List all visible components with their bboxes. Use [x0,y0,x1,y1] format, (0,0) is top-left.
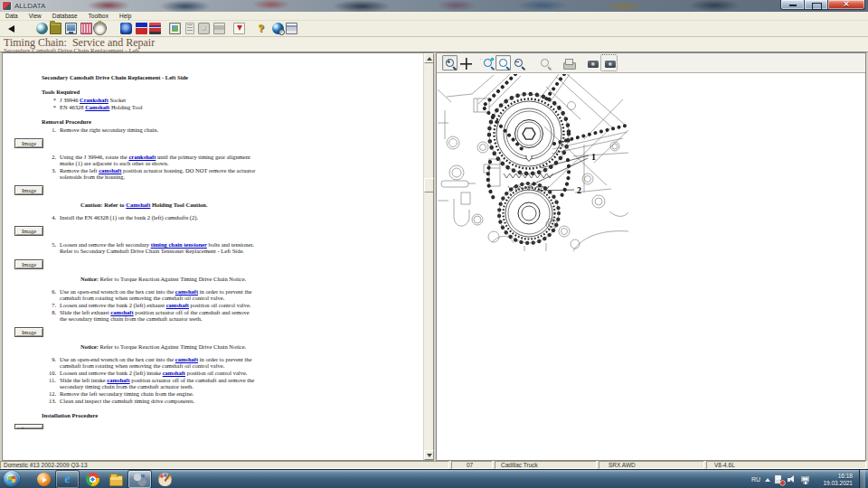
step-text: Install the EN 46328 (1) on the bank 2 (… [60,214,257,221]
snapshot-frame-icon[interactable] [601,55,617,70]
language-indicator[interactable]: RU [751,476,760,483]
step-text: Loosen and remove the bank 2 (left) inta… [60,370,257,376]
image-button[interactable]: Image [14,259,43,269]
step-text: Remove the left secondary timing chain f… [60,390,257,397]
new-car-icon[interactable] [136,23,147,34]
scroll-down-arrow[interactable] [424,450,434,460]
image-button[interactable]: Image [14,226,43,236]
text-gray-icon[interactable] [185,23,194,34]
alldata-icon [133,473,146,486]
alldata-taskbar-button[interactable] [128,471,151,488]
snapshot-icon[interactable] [584,55,599,70]
doc-link[interactable]: camshaft [166,302,189,308]
list-marker: 2. [3,154,56,166]
list-marker: 12. [3,390,56,397]
callout-label-1: 1 [591,152,596,162]
menu-help[interactable]: Help [114,12,137,20]
stopwatch-icon[interactable] [94,23,106,34]
film-icon[interactable] [80,23,92,34]
minimize-button[interactable] [780,0,805,10]
zoom-in-icon[interactable] [442,55,458,70]
doc-link[interactable]: Crankshaft [80,97,108,103]
folder-icon[interactable] [50,23,61,34]
doc-text: Holding Tool Caution. [150,202,207,208]
pan-icon[interactable] [458,55,473,70]
tray-icons [765,475,810,484]
doc-link[interactable]: camshaft [175,288,198,295]
globe-search-icon[interactable] [272,23,284,34]
help-icon[interactable] [255,23,267,34]
volume-icon[interactable] [788,475,797,483]
doc-text: Loosen and remove the left secondary [60,241,151,248]
taskbar-clock[interactable]: 16:18 19.03.2021 [815,473,853,487]
media-player-taskbar-button[interactable] [33,471,55,488]
monitor-edit-icon[interactable] [65,23,77,34]
list-marker: 4. [3,214,56,221]
image-button[interactable]: Image [14,185,43,195]
internet-explorer-taskbar-button[interactable] [56,471,79,488]
doc-step: 3.Remove the left camshaft position actu… [3,167,423,180]
step-text: Slide the left intake camshaft position … [60,377,257,389]
wash-hand-icon[interactable] [120,23,132,34]
zoom-disabled-icon[interactable] [537,55,552,70]
image-button[interactable]: Image [14,424,43,429]
vertical-scrollbar[interactable] [423,53,433,460]
scroll-up-arrow[interactable] [424,53,434,63]
zoom-box-icon[interactable] [495,55,511,70]
show-desktop-button[interactable] [859,470,865,488]
doc-text: position oil control valve. [185,370,247,376]
doc-text: Slide the left intake [60,377,107,383]
printer-icon[interactable] [286,23,297,34]
doc-link[interactable]: camshaft [107,377,129,383]
chrome-taskbar-button[interactable] [81,471,104,488]
doc-link[interactable]: camshaft [175,356,198,362]
doc-text: Slide the left exhaust [60,309,110,315]
scrollbar-thumb[interactable] [424,178,434,192]
paint-taskbar-button[interactable] [154,471,176,488]
explorer-taskbar-button[interactable] [105,471,127,488]
doc-link[interactable]: camshaft [163,370,185,376]
doc-link[interactable]: camshaft [110,309,133,315]
close-button[interactable] [828,0,865,10]
clock-globe-icon[interactable] [36,23,48,34]
car-arrow-icon[interactable] [149,23,161,34]
doc-step: 10.Loosen and remove the bank 2 (left) i… [3,370,423,376]
maximize-button[interactable] [805,0,828,10]
network-icon[interactable] [801,475,810,484]
printer-gray-icon[interactable] [213,23,225,34]
doc-step: 8.Slide the left exhaust camshaft positi… [3,309,423,322]
doc-note: Notice: Refer to Torque Reaction Against… [80,343,316,350]
camera-icon[interactable] [198,23,210,34]
step-text: Slide the left exhaust camshaft position… [60,309,257,322]
doc-step: 13.Clean and inspect the camshaft timing… [3,398,423,404]
doc-link[interactable]: Camshaft [126,202,150,208]
hidden-icons-icon[interactable] [765,478,770,482]
image-frame-icon[interactable] [169,23,181,34]
doc-link[interactable]: timing chain tensioner [151,241,207,248]
image-button[interactable]: Image [14,138,43,148]
doc-link[interactable]: camshaft [99,167,121,174]
step-text: Use an open-end wrench on the hex cast i… [60,288,257,301]
menu-toolbox[interactable]: Toolbox [83,12,114,20]
step-text: Remove the right secondary timing chain. [60,127,257,133]
doc-text: Loosen and remove the bank 2 (left) inta… [60,370,163,376]
menu-view[interactable]: View [24,12,47,20]
system-tray: RU 16:18 19.03.2021 [751,470,868,488]
doc-step: 1.Remove the right secondary timing chai… [3,127,423,133]
zoom-dynamic-icon[interactable] [480,55,495,70]
back-button[interactable] [8,25,14,33]
doc-link[interactable]: crankshaft [128,154,156,160]
step-text: Remove the left camshaft position actuat… [60,167,257,180]
start-button[interactable] [4,471,20,487]
print-disabled-icon[interactable] [560,55,575,70]
export-icon[interactable] [233,23,245,34]
menu-data[interactable]: Data [0,12,24,20]
image-button[interactable]: Image [14,327,43,337]
main-toolbar [0,21,868,37]
list-marker: 5. [3,241,56,254]
doc-link[interactable]: Camshaft [85,104,109,110]
action-center-icon[interactable] [775,475,783,484]
image-pane: 1 2 [436,52,866,461]
menu-database[interactable]: Database [47,12,83,20]
zoom-out-icon[interactable] [511,55,526,70]
